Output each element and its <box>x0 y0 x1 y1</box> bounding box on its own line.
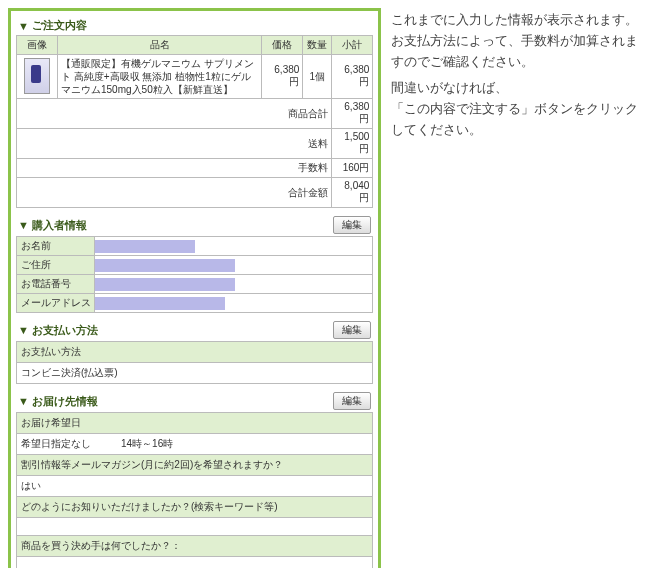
delivery-q1: 割引情報等メールマガジン(月に約2回)を希望されますか？ <box>17 455 373 476</box>
delivery-a2 <box>17 518 373 536</box>
payment-value: コンビニ決済(払込票) <box>17 363 373 384</box>
total-label: 手数料 <box>17 159 332 178</box>
masked-value <box>95 297 225 310</box>
side-p3: 間違いがなければ、 <box>391 78 648 99</box>
payment-table: お支払い方法 コンビニ決済(払込票) <box>16 341 373 384</box>
side-p1: これまでに入力した情報が表示されます。 <box>391 10 648 31</box>
total-value: 1,500円 <box>332 129 373 159</box>
delivery-date-value: 希望日指定なし 14時～16時 <box>17 434 373 455</box>
buyer-table: お名前 ご住所 お電話番号 メールアドレス <box>16 236 373 313</box>
buyer-label: ご住所 <box>17 256 95 275</box>
total-label: 合計金額 <box>17 178 332 208</box>
col-name: 品名 <box>58 36 262 55</box>
delivery-section-title: お届け先情報 <box>32 394 98 409</box>
order-section: ▼ご注文内容 画像 品名 価格 数量 小計 【通販限定】有機ゲルマニウム サプリ… <box>16 16 373 208</box>
delivery-q3: 商品を買う決め手は何でしたか？： <box>17 536 373 557</box>
col-subtotal: 小計 <box>332 36 373 55</box>
table-row: 【通販限定】有機ゲルマニウム サプリメント 高純度+高吸収 無添加 植物性1粒に… <box>17 55 373 99</box>
side-p4: 「この内容で注文する」ボタンをクリックしてください。 <box>391 99 648 141</box>
delivery-a1: はい <box>17 476 373 497</box>
edit-buyer-button[interactable]: 編集 <box>333 216 371 234</box>
masked-value <box>95 259 235 272</box>
triangle-icon: ▼ <box>18 219 29 231</box>
order-confirm-panel: ▼ご注文内容 画像 品名 価格 数量 小計 【通販限定】有機ゲルマニウム サプリ… <box>8 8 381 568</box>
total-value: 6,380円 <box>332 99 373 129</box>
delivery-q2: どのようにお知りいただけましたか？(検索キーワード等) <box>17 497 373 518</box>
product-subtotal: 6,380円 <box>332 55 373 99</box>
payment-label: お支払い方法 <box>17 342 373 363</box>
buyer-label: メールアドレス <box>17 294 95 313</box>
buyer-section: ▼購入者情報編集 お名前 ご住所 お電話番号 メールアドレス <box>16 214 373 313</box>
total-value: 8,040円 <box>332 178 373 208</box>
total-value: 160円 <box>332 159 373 178</box>
side-help: これまでに入力した情報が表示されます。 お支払方法によって、手数料が加算されます… <box>391 8 648 568</box>
delivery-table: お届け希望日 希望日指定なし 14時～16時 割引情報等メールマガジン(月に約2… <box>16 412 373 568</box>
delivery-section: ▼お届け先情報編集 お届け希望日 希望日指定なし 14時～16時 割引情報等メー… <box>16 390 373 568</box>
delivery-date-label: お届け希望日 <box>17 413 373 434</box>
col-price: 価格 <box>262 36 303 55</box>
col-qty: 数量 <box>303 36 332 55</box>
order-section-title: ご注文内容 <box>32 18 87 33</box>
triangle-icon: ▼ <box>18 20 29 32</box>
triangle-icon: ▼ <box>18 395 29 407</box>
order-table: 画像 品名 価格 数量 小計 【通販限定】有機ゲルマニウム サプリメント 高純度… <box>16 35 373 208</box>
product-qty: 1個 <box>303 55 332 99</box>
delivery-a3 <box>17 557 373 569</box>
product-name: 【通販限定】有機ゲルマニウム サプリメント 高純度+高吸収 無添加 植物性1粒に… <box>58 55 262 99</box>
product-thumb <box>24 58 50 94</box>
masked-value <box>95 278 235 291</box>
buyer-section-title: 購入者情報 <box>32 218 87 233</box>
side-p2: お支払方法によって、手数料が加算されますのでご確認ください。 <box>391 31 648 73</box>
product-price: 6,380円 <box>262 55 303 99</box>
triangle-icon: ▼ <box>18 324 29 336</box>
buyer-label: お名前 <box>17 237 95 256</box>
buyer-label: お電話番号 <box>17 275 95 294</box>
payment-section: ▼お支払い方法編集 お支払い方法 コンビニ決済(払込票) <box>16 319 373 384</box>
col-image: 画像 <box>17 36 58 55</box>
total-label: 商品合計 <box>17 99 332 129</box>
payment-section-title: お支払い方法 <box>32 323 98 338</box>
edit-payment-button[interactable]: 編集 <box>333 321 371 339</box>
edit-delivery-button[interactable]: 編集 <box>333 392 371 410</box>
masked-value <box>95 240 195 253</box>
total-label: 送料 <box>17 129 332 159</box>
